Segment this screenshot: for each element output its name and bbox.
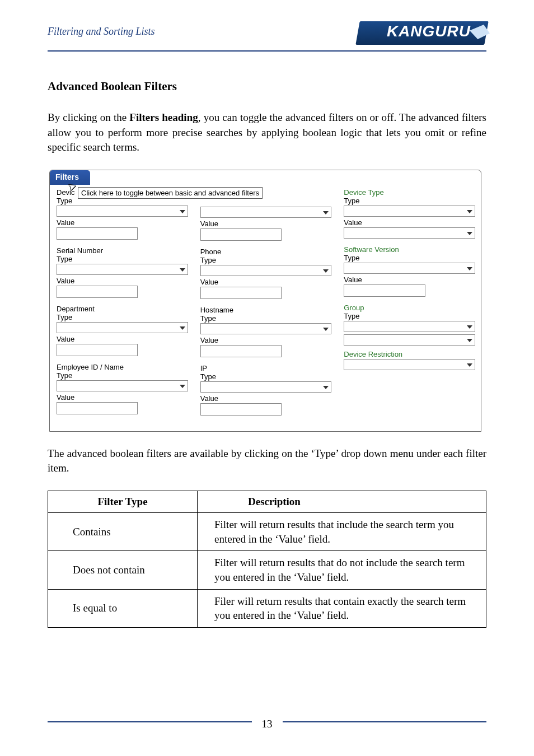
filter-device-type-value-label: Value: [344, 218, 475, 227]
filters-panel-screenshot: Filters ➤ Click here to toggle between b…: [49, 170, 481, 432]
filter-serial-number-type-select[interactable]: [57, 264, 188, 275]
footer-rule-right: [283, 721, 487, 722]
table-cell-desc-0: Filter will return results that include …: [198, 512, 486, 550]
header-title: Filtering and Sorting Lists: [48, 26, 155, 38]
filters-panel-body: Click here to toggle between basic and a…: [50, 185, 481, 431]
filter-software-version-type-label: Type: [344, 254, 475, 262]
intro-paragraph: By clicking on the Filters heading, you …: [48, 110, 486, 155]
filter-group-label: Group: [344, 304, 475, 312]
filter-department-value-label: Value: [57, 335, 188, 343]
table-cell-type-0: Contains: [48, 512, 198, 550]
page: Filtering and Sorting Lists KANGURU Adva…: [0, 0, 534, 756]
filter-department-label: Department: [57, 305, 188, 313]
filters-panel-heading-label: Filters: [55, 172, 79, 181]
filter-group-value-select[interactable]: [344, 334, 475, 346]
filter-department-value-input[interactable]: [57, 344, 138, 356]
table-header-filter-type: Filter Type: [48, 491, 198, 512]
filter-group-type-label: Type: [344, 312, 475, 320]
filter-ip-value-label: Value: [200, 394, 332, 403]
filter-software-version-value-label: Value: [344, 276, 475, 284]
filter-phone-value-input[interactable]: [200, 287, 282, 299]
filter-serial-number-type-label: Type: [57, 255, 188, 263]
filter-col2-slot1-type-select[interactable]: [200, 207, 332, 218]
intro-pre: By clicking on the: [48, 111, 129, 123]
intro-bold: Filters heading: [129, 111, 198, 123]
brand-logo: KANGURU: [358, 17, 486, 46]
table-row: Is equal to Filer will return results th…: [48, 589, 486, 627]
footer-line: 13: [48, 716, 486, 728]
filter-department-type-label: Type: [57, 313, 188, 321]
filter-device-restriction-select[interactable]: [344, 359, 475, 370]
filter-department-type-select[interactable]: [57, 322, 188, 333]
filter-ip-label: IP: [200, 364, 332, 372]
table-header-description: Description: [198, 491, 486, 512]
table-row: Does not contain Filter will return resu…: [48, 551, 486, 589]
filter-hostname-value-label: Value: [200, 336, 332, 344]
filters-column-2: Value Phone Type Value Hostname Type Val…: [200, 187, 332, 421]
filter-serial-number-value-label: Value: [57, 277, 188, 285]
filter-type-table: Filter Type Description Contains Filter …: [48, 491, 486, 628]
filter-ip-value-input[interactable]: [200, 403, 282, 416]
filter-employee-id-type-select[interactable]: [57, 380, 188, 391]
filter-device-name-type-select[interactable]: [57, 206, 188, 217]
filter-hostname-label: Hostname: [200, 306, 332, 314]
filter-col2-slot1-value-input[interactable]: [200, 228, 282, 241]
filters-panel-heading[interactable]: Filters ➤: [50, 170, 90, 185]
filter-group-type-select[interactable]: [344, 321, 475, 332]
filter-device-name-value-label: Value: [57, 218, 188, 227]
table-row: Contains Filter will return results that…: [48, 512, 486, 550]
filters-toggle-tooltip: Click here to toggle between basic and a…: [78, 187, 263, 199]
filter-hostname-value-input[interactable]: [200, 345, 282, 357]
filter-device-type-type-select[interactable]: [344, 206, 475, 217]
filter-device-type-label: Device Type: [344, 188, 475, 197]
table-cell-type-1: Does not contain: [48, 551, 198, 589]
section-heading: Advanced Boolean Filters: [48, 80, 486, 94]
filter-hostname-type-select[interactable]: [200, 323, 332, 334]
filter-software-version-label: Software Version: [344, 245, 475, 254]
table-cell-desc-2: Filer will return results that contain e…: [198, 589, 486, 627]
filters-column-3: Device Type Type Value Software Version …: [344, 187, 475, 421]
filter-phone-value-label: Value: [200, 278, 332, 286]
filter-phone-type-label: Type: [200, 256, 332, 264]
page-footer: 13: [48, 716, 486, 728]
filter-serial-number-value-input[interactable]: [57, 286, 138, 298]
filter-employee-id-label: Employee ID / Name: [57, 363, 188, 371]
filter-col2-slot1-value-label: Value: [200, 220, 332, 228]
filter-phone-label: Phone: [200, 248, 332, 256]
filter-ip-type-select[interactable]: [200, 381, 332, 393]
filter-serial-number-label: Serial Number: [57, 246, 188, 255]
filter-device-type-type-label: Type: [344, 197, 475, 205]
filter-device-type-value-select[interactable]: [344, 227, 475, 239]
filter-device-restriction-label: Device Restriction: [344, 350, 475, 358]
filter-software-version-type-select[interactable]: [344, 263, 475, 274]
footer-rule-left: [48, 721, 252, 722]
logo-text: KANGURU: [387, 22, 471, 40]
filter-phone-type-select[interactable]: [200, 265, 332, 276]
filters-column-1: Devic Type Value Serial Number Type Valu…: [57, 187, 188, 421]
filter-ip-type-label: Type: [200, 372, 332, 381]
table-cell-desc-1: Filter will return results that do not i…: [198, 551, 486, 589]
header-rule: [48, 50, 486, 52]
table-header-row: Filter Type Description: [48, 491, 486, 512]
filter-software-version-value-input[interactable]: [344, 284, 425, 297]
filter-employee-id-value-input[interactable]: [57, 402, 138, 414]
table-cell-type-2: Is equal to: [48, 589, 198, 627]
filter-device-name-value-input[interactable]: [57, 227, 138, 240]
filter-employee-id-type-label: Type: [57, 371, 188, 380]
outro-paragraph: The advanced boolean filters are availab…: [48, 446, 486, 476]
filter-hostname-type-label: Type: [200, 314, 332, 323]
page-header: Filtering and Sorting Lists KANGURU: [48, 17, 486, 46]
filter-employee-id-value-label: Value: [57, 393, 188, 402]
page-number: 13: [252, 718, 283, 730]
